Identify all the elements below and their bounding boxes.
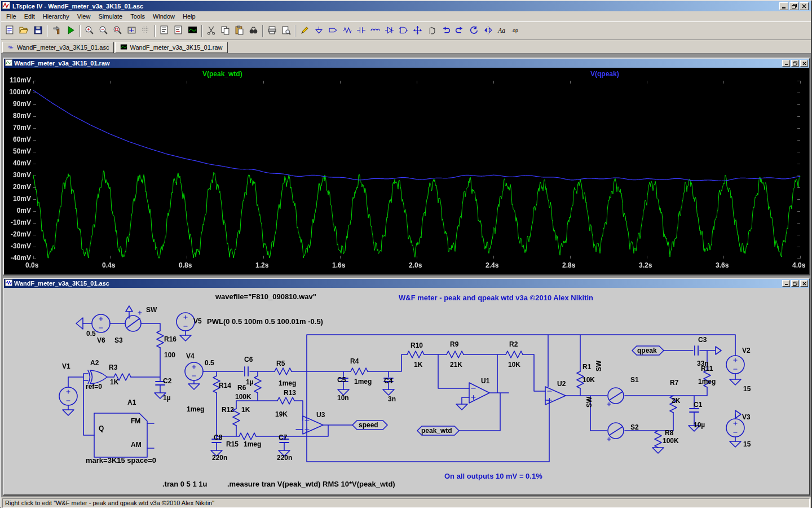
y-axis-tick: 10mV [6,195,31,203]
log-button[interactable] [171,24,186,38]
y-axis-tick: 110mV [6,76,31,84]
zoom-in-button[interactable] [82,24,96,38]
schematic-label: S3 [114,336,123,344]
open-button[interactable] [17,24,31,38]
rotate-icon [469,25,479,37]
mirror-button[interactable] [481,24,495,38]
redo-button[interactable] [453,24,467,38]
schematic-label: 2K [672,397,680,405]
control-panel-button[interactable] [50,24,64,38]
trace-label-vpeak_wtd[interactable]: V(peak_wtd) [202,70,242,78]
print-preview-button[interactable] [279,24,293,38]
schematic-label: 1K [414,361,422,369]
save-button[interactable] [31,24,45,38]
schematic-window-titlebar[interactable]: WandF_meter_v3a_3K15_01.asc [4,279,809,288]
close-button[interactable] [800,2,809,10]
schematic-label: R10 [411,341,423,349]
copy-button[interactable] [218,24,232,38]
schematic-label: C5 [337,376,346,384]
sch-minimize-button[interactable] [782,280,790,287]
x-axis-tick: 0.0s [25,261,38,269]
cut-button[interactable] [204,24,218,38]
zoom-in-icon [85,25,94,37]
y-axis-tick: 0mV [6,207,31,214]
x-axis-tick: 2.0s [409,261,422,269]
text-button[interactable]: Aa [495,24,509,38]
wave-close-button[interactable] [800,60,808,67]
undo-icon [441,25,451,37]
trace-label-vqpeak[interactable]: V(qpeak) [590,70,619,78]
component-icon [399,25,408,37]
zoom-out-button[interactable] [96,24,111,38]
schematic-label: mark=3K15 space=0 [86,456,156,465]
x-axis-tick: 3.2s [639,261,652,269]
y-axis-tick: -40mV [6,254,31,262]
sch-restore-button[interactable] [791,280,799,287]
toolbar: Aa.op [1,22,811,40]
menu-hierarchy[interactable]: Hierarchy [39,12,73,21]
capacitor-button[interactable] [354,24,368,38]
sch-close-button[interactable] [800,280,808,287]
schematic-label: ref=0 [86,383,102,391]
wire-button[interactable] [298,24,312,38]
schematic-label: C3 [698,336,707,344]
schematic-label: V6 [97,336,105,344]
menu-view[interactable]: View [73,12,95,21]
waveform-canvas[interactable] [4,68,809,274]
new-schematic-button[interactable] [3,24,17,38]
schematic-label: PWL(0 0.5 100m 0.5 100.01m -0.5) [207,317,323,326]
gate-a2 [88,370,107,384]
wave-minimize-button[interactable] [782,60,790,67]
paste-button[interactable] [232,24,246,38]
ground-button[interactable] [312,24,326,38]
diode-icon [385,25,394,37]
run-button[interactable] [64,24,78,38]
print-button[interactable] [265,24,279,38]
menu-edit[interactable]: Edit [20,12,39,21]
schematic-label: 10K [582,376,595,384]
waveform-plot[interactable]: 110mV100mV90mV80mV70mV60mV50mV40mV30mV20… [4,68,809,274]
waveform-button[interactable] [186,24,200,38]
spice-directive-button[interactable]: .op [509,24,523,38]
menu-simulate[interactable]: Simulate [94,12,126,21]
netlist-icon [160,25,169,37]
net-label-peak-wtd: peak_wtd [421,427,452,435]
schematic-label: R6 [237,384,246,392]
waveform-window-titlebar[interactable]: WandF_meter_v3a_3K15_01.raw [4,59,809,68]
menu-help[interactable]: Help [179,12,200,21]
grid-button[interactable] [139,24,153,38]
move-icon [413,25,422,37]
move-button[interactable] [411,24,425,38]
save-icon [33,25,43,37]
schematic-label: 100 [164,351,175,359]
net-label-button[interactable] [326,24,340,38]
inductor-button[interactable] [368,24,382,38]
resistor-button[interactable] [340,24,354,38]
schematic-label: On all outputs 10 mV = 0.1% [444,472,542,480]
zoom-fit-button[interactable] [125,24,139,38]
netlist-button[interactable] [157,24,171,38]
tab-waveform-file[interactable]: WandF_meter_v3a_3K15_01.raw [115,42,227,53]
rotate-button[interactable] [467,24,481,38]
schematic-label: C4 [384,377,392,385]
menu-file[interactable]: File [2,12,20,21]
find-button[interactable] [246,24,261,38]
tab-schematic-file[interactable]: WandF_meter_v3a_3K15_01.asc [2,42,114,53]
schematic-canvas[interactable]: wavefile="F810_090810.wav"W&F meter - pe… [4,288,809,494]
wave-restore-button[interactable] [791,60,799,67]
restore-button[interactable] [789,2,798,10]
minimize-button[interactable] [779,2,788,10]
undo-button[interactable] [439,24,453,38]
schematic-window-icon [5,278,12,288]
zoom-area-button[interactable] [111,24,125,38]
menu-window[interactable]: Window [149,12,179,21]
menu-tools[interactable]: Tools [126,12,149,21]
diode-button[interactable] [382,24,396,38]
component-button[interactable] [396,24,411,38]
title-bar[interactable]: LTspice IV - WandF_meter_v3a_3K15_01.asc [1,1,811,11]
tab-label: WandF_meter_v3a_3K15_01.asc [17,44,109,51]
schematic-label: C6 [244,356,253,364]
opamp-u1 [469,383,489,403]
drag-button[interactable] [425,24,439,38]
toolbar-separator [47,25,48,37]
